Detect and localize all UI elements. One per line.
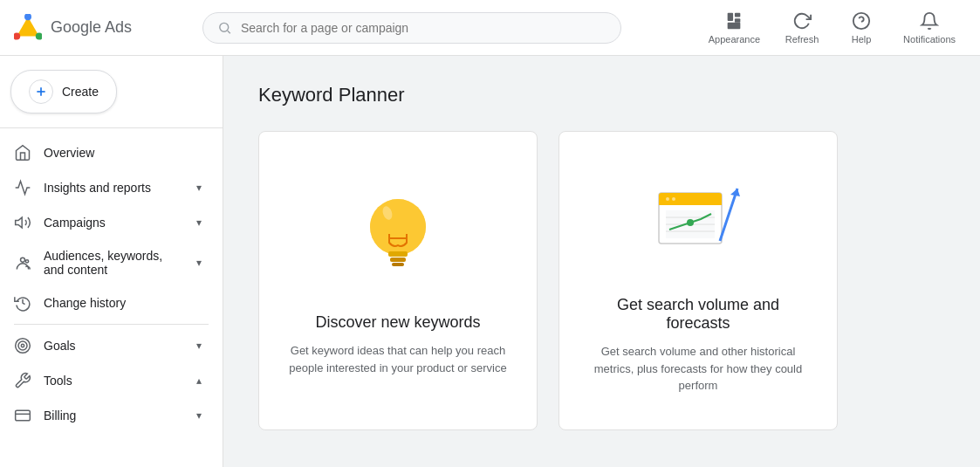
svg-point-33 (672, 197, 675, 201)
plus-icon-circle (29, 79, 53, 104)
home-icon (14, 144, 31, 161)
sidebar-label-goals: Goals (44, 339, 184, 353)
sidebar-label-change-history: Change history (44, 296, 202, 310)
discover-keywords-card[interactable]: Discover new keywords Get keyword ideas … (258, 131, 538, 430)
sidebar-divider (0, 127, 223, 128)
notifications-icon (920, 11, 939, 31)
appearance-icon (724, 11, 744, 31)
svg-marker-40 (730, 189, 740, 196)
svg-point-1 (24, 14, 31, 20)
svg-point-16 (25, 260, 28, 263)
sidebar-label-overview: Overview (44, 146, 202, 160)
search-volume-card[interactable]: Get search volume and forecasts Get sear… (559, 131, 838, 430)
svg-rect-9 (728, 22, 741, 28)
svg-point-38 (687, 219, 694, 226)
logo-area: Google Ads (14, 14, 188, 42)
google-ads-logo (14, 14, 42, 42)
svg-rect-25 (388, 251, 408, 257)
notifications-button[interactable]: Notifications (893, 4, 966, 52)
tools-icon (14, 372, 31, 389)
insights-chevron-icon: ▾ (196, 182, 202, 194)
sidebar-label-campaigns: Campaigns (44, 216, 184, 230)
sidebar-item-billing[interactable]: Billing ▾ (0, 398, 216, 433)
svg-rect-8 (735, 18, 740, 23)
create-button[interactable]: Create (10, 70, 117, 113)
logo-text: Google Ads (51, 18, 132, 37)
header-actions: Appearance Refresh Help Notifica (698, 4, 966, 52)
tools-chevron-icon: ▴ (196, 374, 202, 387)
svg-point-15 (21, 258, 25, 262)
help-icon (852, 11, 871, 31)
refresh-icon (792, 11, 812, 31)
cards-container: Discover new keywords Get keyword ideas … (258, 131, 945, 430)
history-icon (14, 294, 31, 312)
sidebar-item-campaigns[interactable]: Campaigns ▾ (0, 205, 216, 240)
svg-point-4 (220, 23, 229, 31)
sidebar-item-overview[interactable]: Overview (0, 135, 216, 170)
svg-rect-26 (390, 258, 406, 262)
sidebar-item-audiences[interactable]: Audiences, keywords, and content ▾ (0, 240, 216, 285)
refresh-button[interactable]: Refresh (774, 4, 830, 52)
search-input-wrapper (202, 12, 621, 44)
billing-chevron-icon: ▾ (196, 409, 202, 422)
sidebar-label-billing: Billing (44, 409, 184, 422)
appearance-button[interactable]: Appearance (698, 4, 771, 52)
svg-point-23 (370, 199, 426, 255)
insights-icon (14, 179, 31, 196)
sidebar-item-tools[interactable]: Tools ▴ (0, 363, 216, 398)
svg-line-5 (228, 31, 230, 33)
svg-point-17 (16, 339, 31, 354)
sidebar-item-change-history[interactable]: Change history (0, 285, 216, 320)
search-bar (202, 12, 621, 44)
sidebar-label-insights: Insights and reports (44, 181, 184, 195)
svg-line-39 (720, 189, 737, 241)
campaigns-chevron-icon: ▾ (196, 216, 202, 229)
help-button[interactable]: Help (833, 4, 889, 52)
audiences-chevron-icon: ▾ (196, 257, 202, 269)
sidebar-label-tools: Tools (44, 374, 184, 388)
goals-icon (14, 337, 31, 354)
sidebar-item-insights[interactable]: Insights and reports ▾ (0, 170, 216, 205)
create-label: Create (62, 85, 99, 99)
page-title: Keyword Planner (258, 84, 945, 106)
svg-point-18 (18, 341, 27, 350)
svg-marker-14 (16, 217, 23, 228)
plus-icon (34, 85, 48, 99)
svg-rect-20 (16, 410, 31, 421)
layout: Create Overview Insights and reports ▾ (0, 56, 980, 458)
nav-divider (14, 324, 209, 325)
sidebar: Create Overview Insights and reports ▾ (0, 56, 223, 458)
billing-icon (14, 407, 31, 424)
svg-rect-31 (659, 201, 722, 205)
svg-rect-6 (728, 12, 733, 20)
forecast-card-desc: Get search volume and other historical m… (587, 343, 809, 395)
forecast-card-title: Get search volume and forecasts (587, 296, 809, 333)
search-icon (217, 20, 232, 36)
svg-rect-27 (392, 263, 404, 266)
sidebar-item-goals[interactable]: Goals ▾ (0, 328, 216, 363)
svg-rect-7 (735, 12, 740, 17)
goals-chevron-icon: ▾ (196, 340, 202, 352)
lightbulb-icon (346, 184, 450, 289)
discover-card-title: Discover new keywords (315, 313, 480, 332)
main-content: Keyword Planner (223, 56, 980, 458)
sidebar-label-audiences: Audiences, keywords, and content (44, 249, 184, 277)
search-input[interactable] (241, 21, 607, 35)
discover-card-desc: Get keyword ideas that can help you reac… (287, 342, 509, 376)
campaigns-icon (14, 214, 31, 231)
header: Google Ads Appearance Refre (0, 0, 980, 56)
svg-point-32 (666, 197, 669, 201)
chart-icon (646, 167, 750, 271)
svg-point-19 (21, 344, 24, 347)
audiences-icon (14, 254, 31, 271)
